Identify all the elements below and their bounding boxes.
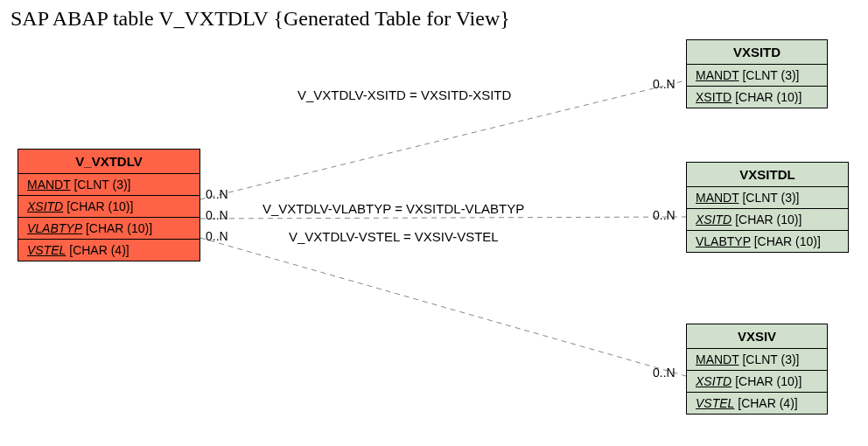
entity-header: VXSIV xyxy=(687,324,827,349)
svg-line-2 xyxy=(200,238,686,376)
cardinality: 0..N xyxy=(653,208,676,222)
svg-line-1 xyxy=(200,217,686,219)
cardinality: 0..N xyxy=(653,77,676,91)
entity-field: XSITD [CHAR (10)] xyxy=(687,371,827,393)
entity-field: VLABTYP [CHAR (10)] xyxy=(687,231,848,252)
cardinality: 0..N xyxy=(206,187,228,201)
entity-field: VSTEL [CHAR (4)] xyxy=(687,393,827,414)
page-title: SAP ABAP table V_VXTDLV {Generated Table… xyxy=(10,7,510,31)
entity-field: MANDT [CLNT (3)] xyxy=(18,174,200,196)
cardinality: 0..N xyxy=(206,229,228,243)
cardinality: 0..N xyxy=(206,208,228,222)
entity-field: MANDT [CLNT (3)] xyxy=(687,65,827,87)
entity-header: VXSITD xyxy=(687,40,827,65)
entity-field: XSITD [CHAR (10)] xyxy=(18,196,200,218)
entity-vxsitd: VXSITD MANDT [CLNT (3)] XSITD [CHAR (10)… xyxy=(686,39,828,108)
relation-label: V_VXTDLV-XSITD = VXSITD-XSITD xyxy=(298,87,511,102)
cardinality: 0..N xyxy=(653,366,676,380)
entity-vxsiv: VXSIV MANDT [CLNT (3)] XSITD [CHAR (10)]… xyxy=(686,324,828,415)
entity-header: VXSITDL xyxy=(687,163,848,187)
entity-field: XSITD [CHAR (10)] xyxy=(687,209,848,231)
entity-field: MANDT [CLNT (3)] xyxy=(687,349,827,371)
entity-v-vxtdlv: V_VXTDLV MANDT [CLNT (3)] XSITD [CHAR (1… xyxy=(18,149,200,261)
entity-field: VLABTYP [CHAR (10)] xyxy=(18,218,200,240)
entity-header: V_VXTDLV xyxy=(18,150,200,174)
relation-label: V_VXTDLV-VSTEL = VXSIV-VSTEL xyxy=(289,229,499,244)
entity-field: MANDT [CLNT (3)] xyxy=(687,187,848,209)
relation-label: V_VXTDLV-VLABTYP = VXSITDL-VLABTYP xyxy=(262,201,524,216)
entity-vxsitdl: VXSITDL MANDT [CLNT (3)] XSITD [CHAR (10… xyxy=(686,162,849,253)
entity-field: VSTEL [CHAR (4)] xyxy=(18,240,200,261)
entity-field: XSITD [CHAR (10)] xyxy=(687,87,827,108)
